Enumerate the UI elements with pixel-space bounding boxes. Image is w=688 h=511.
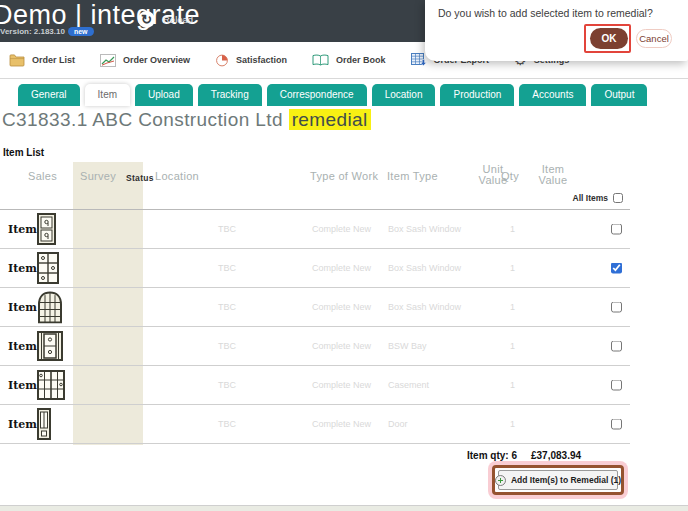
item-location: TBC	[218, 263, 236, 273]
item-type-of-work: Complete New	[312, 419, 371, 429]
reload-button[interactable]: ↻ Reload	[138, 11, 193, 28]
item-select-checkbox[interactable]	[611, 302, 622, 313]
item-qty-total-label: Item qty: 6	[430, 450, 517, 461]
version-label: Version: 2.183.10	[0, 27, 65, 36]
tab-output[interactable]: Output	[591, 84, 647, 106]
box-sash-window-icon	[37, 213, 56, 245]
box-sash-6-pane-window-icon	[37, 252, 59, 284]
item-list-label: Item List	[3, 147, 44, 158]
item-rows: Item 1 TBC Complete New Box Sash Window …	[0, 210, 630, 444]
item-location: TBC	[218, 419, 236, 429]
casement-window-icon	[37, 370, 65, 400]
item-type: Door	[388, 419, 408, 429]
item-type: Box Sash Window	[388, 263, 461, 273]
open-book-icon	[312, 54, 329, 66]
new-version-badge: new	[68, 27, 94, 36]
column-header-location: Location	[155, 170, 199, 182]
screen: Demo | integrate Version: 2.183.10 new ↻…	[0, 0, 688, 511]
item-qty: 1	[510, 302, 515, 312]
order-title: C31833.1 ABC Construction Ltd	[2, 109, 283, 130]
item-select-checkbox[interactable]	[611, 263, 622, 274]
item-qty: 1	[510, 224, 515, 234]
item-select-checkbox[interactable]	[611, 380, 622, 391]
page-bottom-strip	[0, 505, 688, 511]
item-select-checkbox[interactable]	[611, 341, 622, 352]
reload-icon: ↻	[138, 11, 155, 28]
item-type-of-work: Complete New	[312, 302, 371, 312]
item-select-checkbox[interactable]	[611, 419, 622, 430]
table-row[interactable]: Item 1 TBC Complete New Box Sash Window …	[0, 210, 630, 249]
export-table-icon	[411, 53, 427, 67]
toolbar-item-satisfaction[interactable]: Satisfaction	[215, 54, 287, 67]
dialog-message: Do you wish to add selected item to reme…	[438, 7, 653, 19]
item-qty: 1	[510, 263, 515, 273]
item-type: Box Sash Window	[388, 302, 461, 312]
tab-location[interactable]: Location	[372, 84, 436, 106]
table-row[interactable]: Item 5 TBC Complete New Casement 1	[0, 366, 630, 405]
door-icon	[37, 408, 51, 440]
item-qty: 1	[510, 419, 515, 429]
item-type: Box Sash Window	[388, 224, 461, 234]
item-type-of-work: Complete New	[312, 263, 371, 273]
plus-circle-icon	[495, 475, 506, 486]
column-header-type-of-work: Type of Work	[310, 170, 378, 182]
page-title: C31833.1 ABC Construction Ltd remedial	[2, 109, 371, 131]
item-type-of-work: Complete New	[312, 380, 371, 390]
satisfaction-gauge-icon	[215, 54, 229, 67]
tab-accounts[interactable]: Accounts	[519, 84, 586, 106]
toolbar-item-label: Order List	[32, 55, 75, 65]
item-location: TBC	[218, 380, 236, 390]
table-row[interactable]: Item 3 TBC Complete New Box Sash Window …	[0, 288, 630, 327]
item-location: TBC	[218, 224, 236, 234]
item-value-total: £37,083.94	[531, 450, 581, 461]
toolbar-item-order-overview[interactable]: Order Overview	[100, 54, 190, 67]
all-items-checkbox[interactable]	[613, 193, 623, 203]
table-row[interactable]: Item 4 TBC Complete New BSW Bay 1	[0, 327, 630, 366]
tab-general[interactable]: General	[18, 84, 80, 106]
item-qty: 1	[510, 341, 515, 351]
item-qty: 1	[510, 380, 515, 390]
tab-bar: General Item Upload Tracking Corresponde…	[18, 84, 647, 106]
folder-icon	[9, 54, 25, 67]
cancel-button[interactable]: Cancel	[636, 29, 672, 48]
line-chart-icon	[100, 54, 116, 67]
title-highlight-remedial: remedial	[289, 109, 371, 130]
arched-sash-window-icon	[37, 291, 63, 324]
column-header-status: Status	[126, 173, 154, 183]
tab-production[interactable]: Production	[440, 84, 514, 106]
all-items-label: All Items	[553, 193, 608, 203]
toolbar-item-label: Satisfaction	[236, 55, 287, 65]
bay-window-icon	[37, 331, 63, 361]
toolbar-item-order-list[interactable]: Order List	[9, 54, 75, 67]
tab-upload[interactable]: Upload	[135, 84, 193, 106]
column-header-item-type: Item Type	[387, 170, 438, 182]
confirm-dialog: Do you wish to add selected item to reme…	[425, 0, 688, 61]
toolbar-item-order-book[interactable]: Order Book	[312, 54, 386, 66]
toolbar-item-label: Order Overview	[123, 55, 190, 65]
add-items-to-remedial-button[interactable]: Add Item(s) to Remedial (1)	[498, 470, 618, 490]
item-type: Casement	[388, 380, 429, 390]
item-location: TBC	[218, 341, 236, 351]
item-location: TBC	[218, 302, 236, 312]
item-type-of-work: Complete New	[312, 341, 371, 351]
add-items-to-remedial-label: Add Item(s) to Remedial (1)	[511, 475, 621, 485]
item-type-of-work: Complete New	[312, 224, 371, 234]
item-type: BSW Bay	[388, 341, 427, 351]
tab-tracking[interactable]: Tracking	[198, 84, 262, 106]
ok-annotation-box	[584, 24, 631, 53]
tab-item[interactable]: Item	[85, 84, 130, 106]
item-select-checkbox[interactable]	[611, 224, 622, 235]
reload-label: Reload	[163, 14, 193, 25]
column-header-sales: Sales	[28, 170, 57, 182]
toolbar-item-label: Order Book	[336, 55, 386, 65]
tab-correspondence[interactable]: Correspondence	[267, 84, 367, 106]
column-header-survey: Survey	[80, 170, 116, 182]
remedial-annotation-box: Add Item(s) to Remedial (1)	[492, 465, 624, 495]
version-row: Version: 2.183.10 new	[0, 27, 94, 36]
table-row[interactable]: Item 6 TBC Complete New Door 1	[0, 405, 630, 444]
table-row[interactable]: Item 2 TBC Complete New Box Sash Window …	[0, 249, 630, 288]
column-header-qty: Qty	[501, 170, 519, 182]
column-header-item-value: Item Value	[532, 164, 574, 186]
